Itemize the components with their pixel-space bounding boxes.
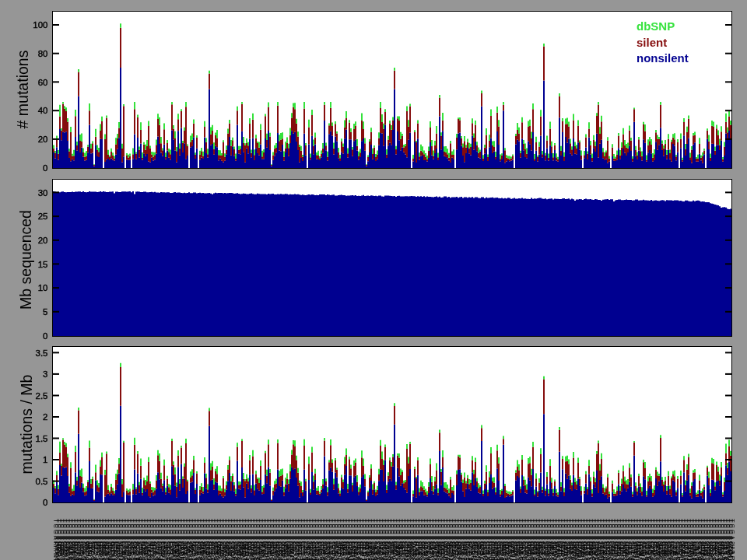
svg-text:# mutations: # mutations (14, 50, 31, 128)
svg-text:0.5: 0.5 (36, 477, 48, 486)
svg-text:20: 20 (38, 236, 48, 245)
svg-text:3: 3 (43, 369, 47, 379)
svg-text:silent: silent (637, 36, 667, 49)
svg-text:40: 40 (38, 106, 48, 115)
svg-text:2.5: 2.5 (36, 391, 48, 401)
svg-text:dbSNP: dbSNP (637, 19, 675, 33)
svg-text:0: 0 (43, 163, 47, 173)
svg-text:80: 80 (38, 49, 48, 58)
svg-text:10: 10 (38, 283, 48, 292)
svg-text:mutations / Mb: mutations / Mb (18, 374, 35, 474)
svg-text:0: 0 (43, 331, 47, 341)
svg-text:2: 2 (43, 412, 47, 422)
svg-text:60: 60 (38, 78, 48, 87)
svg-text:100: 100 (33, 20, 47, 30)
svg-text:5: 5 (43, 307, 47, 317)
svg-text:1.5: 1.5 (36, 434, 48, 443)
svg-text:25: 25 (38, 212, 48, 221)
svg-text:0: 0 (43, 498, 47, 507)
svg-text:211R0804HK: 211R0804HK (729, 541, 736, 560)
svg-text:nonsilent: nonsilent (637, 51, 689, 65)
svg-text:20: 20 (38, 135, 48, 144)
svg-text:1: 1 (43, 455, 47, 464)
svg-text:30: 30 (38, 188, 48, 198)
svg-text:Mb sequenced: Mb sequenced (17, 210, 34, 310)
svg-text:3.5: 3.5 (36, 348, 48, 358)
svg-text:15: 15 (38, 260, 48, 269)
